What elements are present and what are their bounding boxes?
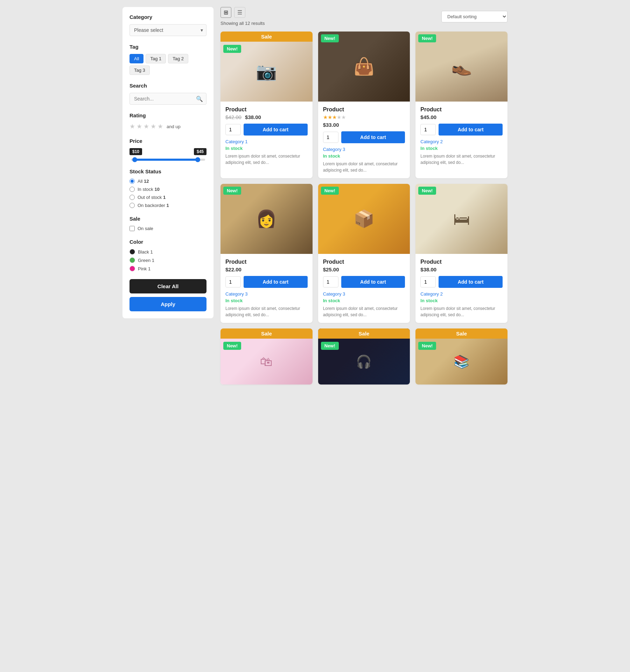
product-image-9: Sale New! 📚 xyxy=(415,328,507,385)
star-4[interactable]: ★ xyxy=(150,123,156,130)
sale-price-1: $38.00 xyxy=(245,114,261,120)
price-slider[interactable] xyxy=(131,159,205,161)
clear-all-button[interactable]: Clear All xyxy=(130,279,206,293)
qty-input-3[interactable] xyxy=(420,124,436,135)
apply-button[interactable]: Apply xyxy=(130,297,206,311)
color-green-item[interactable]: Green 1 xyxy=(130,257,206,263)
product-image-4: New! 👩 xyxy=(220,184,313,254)
new-badge-7: New! xyxy=(223,342,241,350)
product-image-2: New! 👜 xyxy=(318,32,410,102)
product-body-5: Product $25.00 Add to cart Category 3 In… xyxy=(318,254,410,323)
new-badge-6: New! xyxy=(418,187,436,195)
qty-input-2[interactable] xyxy=(323,132,338,143)
tag-2-button[interactable]: Tag 2 xyxy=(168,54,188,63)
star-5[interactable]: ★ xyxy=(158,123,163,130)
table-row: Sale New! 🛍 xyxy=(220,328,313,385)
color-black-item[interactable]: Black 1 xyxy=(130,249,206,255)
stock-backorder-radio[interactable] xyxy=(130,203,135,208)
product-desc-3: Lorem ipsum dolor sit amet, consectetur … xyxy=(420,153,503,166)
stock-all-item: All 12 xyxy=(130,179,206,184)
tags-wrap: All Tag 1 Tag 2 Tag 3 xyxy=(130,54,206,75)
stock-all-label: All 12 xyxy=(138,179,149,184)
tag-all-button[interactable]: All xyxy=(130,54,144,63)
product-category-2[interactable]: Category 3 xyxy=(323,147,405,152)
table-row: New! 📦 Product $25.00 Add to cart Catego… xyxy=(318,184,410,323)
products-grid: Sale New! 📷 Product $42.00 $38.00 Add to… xyxy=(220,32,507,385)
price-min-badge: $10 xyxy=(130,148,142,155)
color-pink-label: Pink 1 xyxy=(138,266,150,271)
price-thumb-right[interactable] xyxy=(195,157,200,162)
qty-input-4[interactable] xyxy=(225,276,241,287)
product-category-3[interactable]: Category 2 xyxy=(420,139,503,144)
new-badge-3: New! xyxy=(418,34,436,42)
product-desc-2: Lorem ipsum dolor sit amet, consectetur … xyxy=(323,161,405,173)
product-desc-5: Lorem ipsum dolor sit amet, consectetur … xyxy=(323,305,405,318)
star-1[interactable]: ★ xyxy=(130,123,135,130)
results-info: Showing all 12 results xyxy=(220,21,265,26)
sale-section: Sale On sale xyxy=(130,216,206,231)
star-2[interactable]: ★ xyxy=(136,123,142,130)
product-category-6[interactable]: Category 2 xyxy=(420,291,503,297)
price-thumb-left[interactable] xyxy=(132,157,137,162)
product-stock-6: In stock xyxy=(420,298,503,303)
new-badge-4: New! xyxy=(223,187,241,195)
sale-title: Sale xyxy=(130,216,206,222)
stock-status-section: Stock Status All 12 In stock 10 Out of s… xyxy=(130,168,206,208)
star-3[interactable]: ★ xyxy=(144,123,149,130)
price-labels: $10 $45 xyxy=(130,148,206,155)
product-category-5[interactable]: Category 3 xyxy=(323,291,405,297)
stock-instock-radio[interactable] xyxy=(130,187,135,192)
rating-wrap[interactable]: ★ ★ ★ ★ ★ and up xyxy=(130,123,206,130)
stock-status-title: Stock Status xyxy=(130,168,206,174)
add-cart-button-5[interactable]: Add to cart xyxy=(341,276,405,288)
product-stock-2: In stock xyxy=(323,153,405,159)
add-cart-button-4[interactable]: Add to cart xyxy=(244,276,308,288)
product-stock-4: In stock xyxy=(225,298,308,303)
product-name-4: Product xyxy=(225,259,308,265)
stock-outofstock-label: Out of stock 1 xyxy=(138,195,166,200)
product-category-4[interactable]: Category 3 xyxy=(225,291,308,297)
tag-3-button[interactable]: Tag 3 xyxy=(130,65,150,75)
add-cart-button-6[interactable]: Add to cart xyxy=(439,276,503,288)
new-badge-5: New! xyxy=(321,187,339,195)
add-cart-row-2: Add to cart xyxy=(323,131,405,143)
sale-banner-9: Sale xyxy=(415,328,507,339)
product-body-3: Product $45.00 Add to cart Category 2 In… xyxy=(415,102,507,171)
add-cart-button-1[interactable]: Add to cart xyxy=(244,124,308,136)
table-row: New! 👜 Product ★★★★★ $33.00 Add t xyxy=(318,32,410,178)
tag-1-button[interactable]: Tag 1 xyxy=(146,54,166,63)
product-stock-1: In stock xyxy=(225,146,308,151)
add-cart-button-3[interactable]: Add to cart xyxy=(439,124,503,136)
qty-input-5[interactable] xyxy=(323,276,338,287)
qty-input-1[interactable] xyxy=(225,124,241,135)
list-view-button[interactable]: ☰ xyxy=(234,7,245,18)
table-row: Sale New! 📚 xyxy=(415,328,507,385)
qty-input-6[interactable] xyxy=(420,276,436,287)
on-sale-checkbox[interactable] xyxy=(130,226,135,231)
color-green-label: Green 1 xyxy=(138,258,154,263)
view-toggle-row: ⊞ ☰ xyxy=(220,7,265,18)
stock-outofstock-radio[interactable] xyxy=(130,195,135,200)
add-cart-row-4: Add to cart xyxy=(225,276,308,288)
search-input[interactable] xyxy=(130,93,206,105)
sale-banner-7: Sale xyxy=(220,328,313,339)
category-select[interactable]: Please select Category 1 Category 2 Cate… xyxy=(130,24,206,36)
rating-title: Rating xyxy=(130,112,206,118)
price-section: Price $10 $45 xyxy=(130,138,206,161)
grid-view-button[interactable]: ⊞ xyxy=(220,7,231,18)
search-title: Search xyxy=(130,83,206,89)
search-icon[interactable]: 🔍 xyxy=(196,96,203,102)
color-pink-item[interactable]: Pink 1 xyxy=(130,266,206,271)
sort-select[interactable]: Default sorting Sort by popularity Sort … xyxy=(441,11,507,22)
color-black-dot xyxy=(130,249,135,255)
table-row: New! 👩 Product $22.00 Add to cart Catego… xyxy=(220,184,313,323)
product-category-1[interactable]: Category 1 xyxy=(225,139,308,144)
add-cart-button-2[interactable]: Add to cart xyxy=(341,131,405,143)
stock-all-radio[interactable] xyxy=(130,179,135,184)
product-image-5: New! 📦 xyxy=(318,184,410,254)
table-row: Sale New! 🎧 xyxy=(318,328,410,385)
table-row: New! 👞 Product $45.00 Add to cart Catego… xyxy=(415,32,507,178)
product-image-1: Sale New! 📷 xyxy=(220,32,313,102)
product-stock-3: In stock xyxy=(420,146,503,151)
product-body-2: Product ★★★★★ $33.00 Add to cart Categor… xyxy=(318,102,410,178)
